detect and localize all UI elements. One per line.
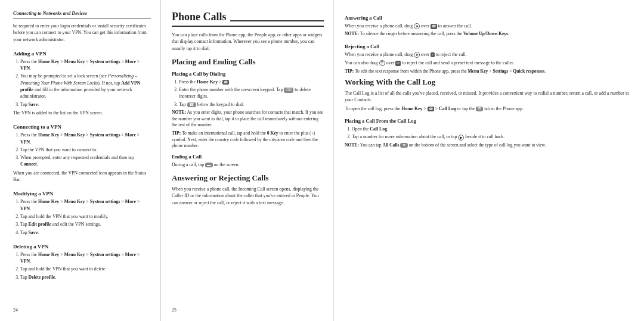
list-item: You may be prompted to set a lock screen… (20, 73, 151, 99)
end-call-icon: ▬ (205, 163, 213, 167)
all-calls-icon: ▼ (400, 143, 407, 148)
list-item: Tap Save. (20, 101, 151, 108)
list-item: Press the Home Key > ☎ (179, 79, 324, 85)
working-call-log-section: Working With the Call Log The Call Log i… (345, 76, 631, 114)
connecting-vpn-section: Connecting to a VPN Press the Home Key >… (13, 120, 151, 185)
placing-dialing-section: Placing a Call by Dialing Press the Home… (172, 71, 324, 149)
list-item: Enter the phone number with the on-scree… (179, 86, 324, 100)
deleting-vpn-steps: Press the Home Key > Menu Key > System s… (13, 251, 151, 281)
adding-vpn-note: The VPN is added to the list on the VPN … (13, 110, 151, 116)
middle-column: Phone Calls You can place calls from the… (161, 0, 334, 321)
deleting-vpn-section: Deleting a VPN Press the Home Key > Menu… (13, 240, 151, 282)
rejecting-call-text: When you receive a phone call, drag ➤ ov… (345, 51, 631, 58)
placing-from-log-steps: Open the Call Log. Tap a number for more… (345, 126, 631, 141)
drag-left-icon: ➤ (414, 52, 420, 58)
reject-msg-icon: ✉ (395, 61, 401, 66)
adding-vpn-title: Adding a VPN (13, 51, 151, 57)
placing-from-log-section: Placing a Call From the Call Log Open th… (345, 114, 631, 150)
left-section-header: Connecting to Networks and Devices (13, 11, 151, 18)
placing-dialing-title: Placing a Call by Dialing (172, 71, 324, 77)
answering-rejecting-title: Answering or Rejecting Calls (172, 173, 324, 183)
list-item: Tap and hold the VPN that you want to de… (20, 266, 151, 272)
list-item: Tap Delete profile. (20, 274, 151, 281)
list-item: Press the Home Key > Menu Key > System s… (20, 132, 151, 145)
placing-ending-title: Placing and Ending Calls (172, 57, 324, 67)
modifying-vpn-section: Modifying a VPN Press the Home Key > Men… (13, 187, 151, 237)
placing-ending-section: Placing and Ending Calls Placing a Call … (172, 56, 324, 170)
title-underline (230, 20, 324, 21)
rejecting-tip: TIP: To edit the text response from with… (345, 68, 631, 75)
left-page-number: 24 (13, 307, 151, 313)
callback-icon: ▶ (458, 135, 464, 141)
answering-rejecting-text: When you receive a phone call, the Incom… (172, 186, 324, 206)
list-item: Tap Save. (20, 229, 151, 236)
tab-icon: ☰ (476, 107, 483, 111)
left-intro: be required to enter your login credenti… (13, 23, 151, 43)
working-call-log-title: Working With the Call Log (345, 77, 631, 87)
middle-intro: You can place calls from the Phone app, … (172, 32, 324, 52)
list-item: Tap the VPN that you want to connect to. (20, 147, 151, 153)
modifying-vpn-steps: Press the Home Key > Menu Key > System s… (13, 198, 151, 235)
connecting-vpn-steps: Press the Home Key > Menu Key > System s… (13, 132, 151, 167)
connecting-vpn-title: Connecting to a VPN (13, 124, 151, 130)
adding-vpn-steps: Press the Home Key > Menu Key > System s… (13, 58, 151, 108)
placing-from-log-title: Placing a Call From the Call Log (345, 118, 631, 124)
rejecting-call-title: Rejecting a Call (345, 43, 631, 49)
answering-call-title: Answering a Call (345, 15, 631, 21)
list-item: Tap a number for more information about … (352, 133, 631, 140)
working-call-log-text2: To open the call log, press the Home Key… (345, 105, 631, 112)
rejecting-call-section: Rejecting a Call When you receive a phon… (345, 39, 631, 76)
right-column: Answering a Call When you receive a phon… (334, 0, 644, 321)
placing-from-log-note: NOTE: You can tap All Calls ▼ on the bot… (345, 142, 631, 149)
answering-call-section: Answering a Call When you receive a phon… (345, 11, 631, 39)
list-item: When prompted, enter any requested crede… (20, 154, 151, 168)
middle-page-number: 25 (172, 307, 324, 313)
drag-msg-icon: ☰ (379, 60, 385, 66)
rejecting-call-text2: You can also drag ☰ over ✉ to reject the… (345, 60, 631, 66)
adding-vpn-section: Adding a VPN Press the Home Key > Menu K… (13, 47, 151, 118)
list-item: Press the Home Key > Menu Key > System s… (20, 251, 151, 265)
list-item: Press the Home Key > Menu Key > System s… (20, 58, 151, 72)
list-item: Open the Call Log. (352, 126, 631, 132)
answering-call-text: When you receive a phone call, drag ➤ ov… (345, 23, 631, 29)
drag-right-icon: ➤ (414, 23, 420, 29)
working-call-log-text: The Call Log is a list of all the calls … (345, 90, 631, 104)
modifying-vpn-title: Modifying a VPN (13, 191, 151, 197)
list-item: Tap ☎ below the keypad to dial. (179, 101, 324, 108)
page: Connecting to Networks and Devices be re… (0, 0, 644, 321)
answer-icon: ☎ (431, 24, 437, 29)
dialing-note: NOTE: As you enter digits, your phone se… (172, 110, 324, 129)
list-item: Tap and hold the VPN that you want to mo… (20, 213, 151, 220)
ending-call-text: During a call, tap ▬ on the screen. (172, 161, 324, 168)
calllog-icon: ☎ (428, 107, 434, 112)
left-column: Connecting to Networks and Devices be re… (0, 0, 161, 321)
ending-call-section: Ending a Call During a call, tap ▬ on th… (172, 154, 324, 168)
answering-call-note: NOTE: To silence the ringer before answe… (345, 31, 631, 38)
list-item: Press the Home Key > Menu Key > System s… (20, 198, 151, 212)
connecting-vpn-note: When you are connected, the VPN connecte… (13, 170, 151, 183)
delete-icon: ⌫ (284, 88, 293, 92)
reject-icon: ☓ (431, 52, 435, 58)
placing-dialing-steps: Press the Home Key > ☎ Enter the phone n… (172, 79, 324, 108)
deleting-vpn-title: Deleting a VPN (13, 244, 151, 250)
dialing-tip: TIP: To make an international call, tap … (172, 130, 324, 149)
phone-icon: ☎ (222, 80, 229, 85)
dial-icon: ☎ (187, 102, 196, 107)
ending-call-title: Ending a Call (172, 154, 324, 160)
page-title: Phone Calls (172, 11, 324, 27)
answering-rejecting-section: Answering or Rejecting Calls When you re… (172, 172, 324, 208)
list-item: Tap Edit profile and edit the VPN settin… (20, 221, 151, 227)
